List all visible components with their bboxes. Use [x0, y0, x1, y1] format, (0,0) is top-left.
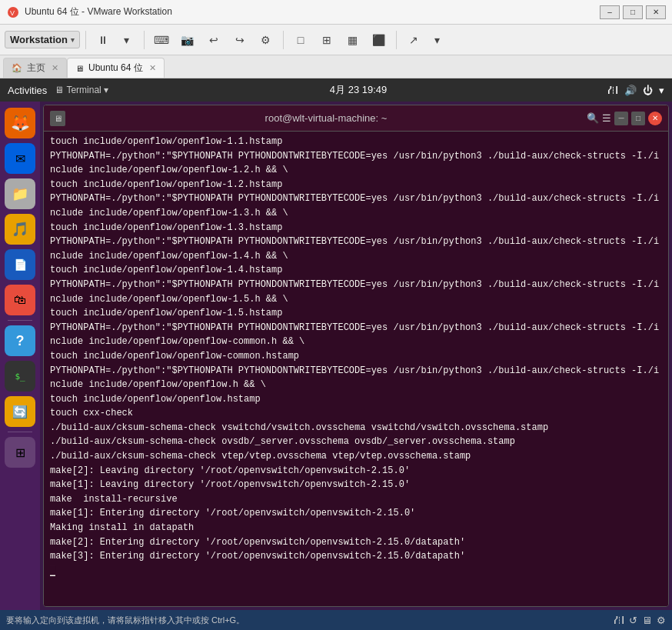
terminal-line: make[2]: Entering directory '/root/openv… — [50, 535, 662, 550]
terminal-line: PYTHONPATH=./python":"$PYTHONPATH PYTHON… — [50, 321, 662, 349]
status-bar-right: ⛙ ↺ 🖥 ⚙ — [614, 615, 666, 626]
terminal-line: touch include/openflow/openflow-common.h… — [50, 349, 662, 364]
dropdown-button-1[interactable]: ▾ — [115, 29, 138, 51]
tile-button[interactable]: ▦ — [341, 29, 364, 51]
terminal-line: touch include/openflow/openflow-1.2.hsta… — [50, 178, 662, 192]
terminal-restore-button[interactable]: □ — [631, 112, 645, 125]
terminal-line: touch include/openflow/openflow-1.5.hsta… — [50, 306, 662, 321]
terminal-line: PYTHONPATH=./python":"$PYTHONPATH PYTHON… — [50, 364, 662, 392]
launcher-separator — [8, 320, 32, 321]
launcher-libreoffice[interactable]: 📄 — [5, 249, 35, 280]
status-text: 要将输入定向到该虚拟机，请将鼠标指针移入其中或按 Ctrl+G。 — [6, 615, 245, 626]
terminal-search-button[interactable]: 🔍 — [587, 112, 599, 124]
launcher-firefox[interactable]: 🦊 — [5, 108, 35, 138]
terminal-titlebar: 🖥 root@wlt-virtual-machine: ~ 🔍 ☰ ─ □ ✕ — [44, 105, 668, 132]
unity-launcher: 🦊 ✉ 📁 🎵 📄 🛍 ? $_ 🔄 ⊞ — [0, 102, 40, 610]
terminal-line: make[1]: Entering directory '/root/openv… — [50, 506, 662, 521]
terminal-line: ./build-aux/cksum-schema-check vtep/vtep… — [50, 449, 662, 464]
terminal-close-button[interactable]: ✕ — [648, 112, 662, 125]
network-icon[interactable]: ⛙ — [608, 85, 618, 96]
system-clock: 4月 23 19:49 — [108, 83, 608, 97]
toolbar-separator-1 — [85, 31, 86, 49]
terminal-window-icon: 🖥 — [50, 111, 65, 126]
dropdown-button-2[interactable]: ▾ — [426, 29, 449, 51]
terminal-line: PYTHONPATH=./python":"$PYTHONPATH PYTHON… — [50, 149, 662, 178]
vm-main: 🦊 ✉ 📁 🎵 📄 🛍 ? $_ 🔄 ⊞ 🖥 root@wlt-virtual-… — [0, 102, 672, 610]
terminal-line: Making install in datapath — [50, 521, 662, 535]
workstation-chevron-icon: ▾ — [71, 36, 75, 44]
terminal-line: make install-recursive — [50, 492, 662, 507]
launcher-thunderbird[interactable]: ✉ — [5, 143, 35, 174]
terminal-line: PYTHONPATH=./python":"$PYTHONPATH PYTHON… — [50, 192, 662, 220]
terminal-cursor: █ — [50, 564, 662, 578]
toolbar-separator-3 — [283, 31, 284, 49]
terminal-line: ./build-aux/cksum-schema-check ovsdb/_se… — [50, 435, 662, 449]
toolbar-group-power: ⏸ ▾ — [91, 29, 138, 51]
status-refresh-icon[interactable]: ↺ — [629, 615, 637, 626]
terminal-line: touch include/openflow/openflow-1.4.hsta… — [50, 263, 662, 278]
split-view-button[interactable]: ⊞ — [315, 29, 338, 51]
system-menu-icon[interactable]: ▾ — [659, 85, 664, 96]
terminal-menu-button[interactable]: ☰ — [602, 112, 611, 124]
send-ctrl-alt-button[interactable]: ⌨ — [150, 29, 173, 51]
launcher-files[interactable]: 📁 — [5, 178, 35, 209]
terminal-line: PYTHONPATH=./python":"$PYTHONPATH PYTHON… — [50, 278, 662, 306]
launcher-updates[interactable]: 🔄 — [5, 396, 35, 427]
gnome-status-area: ⛙ 🔊 ⏻ ▾ — [608, 85, 664, 96]
minimize-button[interactable]: – — [600, 5, 620, 19]
terminal-line: make[3]: Entering directory '/root/openv… — [50, 549, 662, 564]
back-button[interactable]: ↩ — [202, 29, 225, 51]
terminal-content[interactable]: touch include/openflow/openflow-1.1.hsta… — [44, 132, 668, 606]
tabs-bar: 🏠 主页 ✕ 🖥 Ubuntu 64 位 ✕ — [0, 55, 672, 78]
activities-button[interactable]: Activities — [8, 85, 47, 96]
toolbar-group-unity: ↗ ▾ — [402, 29, 449, 51]
terminal-menu[interactable]: 🖥 Terminal ▾ — [55, 85, 108, 95]
launcher-rhythmbox[interactable]: 🎵 — [5, 214, 35, 245]
title-bar: V Ubuntu 64 位 - VMware Workstation – □ ✕ — [0, 0, 672, 25]
ubuntu-tab-icon: 🖥 — [75, 64, 84, 73]
terminal-line: make[1]: Leaving directory '/root/openvs… — [50, 478, 662, 492]
tab-home-close[interactable]: ✕ — [52, 63, 58, 73]
main-toolbar: Workstation ▾ ⏸ ▾ ⌨ 📷 ↩ ↪ ⚙ □ ⊞ ▦ ⬛ ↗ ▾ — [0, 25, 672, 55]
status-display-icon[interactable]: 🖥 — [642, 615, 652, 626]
launcher-help[interactable]: ? — [5, 325, 35, 356]
settings-button[interactable]: ⚙ — [254, 29, 278, 51]
tab-ubuntu[interactable]: 🖥 Ubuntu 64 位 ✕ — [67, 58, 165, 78]
status-network-icon[interactable]: ⛙ — [614, 615, 624, 626]
terminal-line: touch cxx-check — [50, 406, 662, 421]
terminal-line: touch include/openflow/openflow.hstamp — [50, 392, 662, 407]
fullscreen-button[interactable]: □ — [289, 29, 312, 51]
desktop-area: 🖥 root@wlt-virtual-machine: ~ 🔍 ☰ ─ □ ✕ … — [40, 102, 672, 610]
launcher-separator-2 — [8, 432, 32, 432]
tab-ubuntu-label: Ubuntu 64 位 — [88, 62, 143, 75]
svg-text:V: V — [10, 9, 15, 17]
tab-home[interactable]: 🏠 主页 ✕ — [3, 58, 67, 78]
window-title: Ubuntu 64 位 - VMware Workstation — [25, 5, 600, 18]
launcher-grid[interactable]: ⊞ — [5, 437, 35, 468]
workstation-menu-button[interactable]: Workstation ▾ — [5, 31, 80, 48]
console-button[interactable]: ⬛ — [368, 29, 391, 51]
terminal-line: PYTHONPATH=./python":"$PYTHONPATH PYTHON… — [50, 235, 662, 263]
terminal-controls: 🔍 ☰ ─ □ ✕ — [587, 112, 662, 125]
terminal-minimize-button[interactable]: ─ — [614, 112, 628, 125]
close-button[interactable]: ✕ — [646, 5, 666, 19]
restore-button[interactable]: □ — [623, 5, 643, 19]
app-icon: V — [6, 5, 20, 19]
status-settings-icon[interactable]: ⚙ — [657, 615, 666, 626]
launcher-terminal[interactable]: $_ — [5, 361, 35, 392]
tab-ubuntu-close[interactable]: ✕ — [149, 63, 156, 73]
terminal-line: touch include/openflow/openflow-1.3.hsta… — [50, 221, 662, 235]
window-controls: – □ ✕ — [600, 5, 666, 19]
tab-home-label: 主页 — [27, 62, 45, 75]
terminal-line: touch include/openflow/openflow-1.1.hsta… — [50, 135, 662, 149]
workstation-label: Workstation — [10, 34, 68, 45]
forward-button[interactable]: ↪ — [228, 29, 251, 51]
gnome-topbar: Activities 🖥 Terminal ▾ 4月 23 19:49 ⛙ 🔊 … — [0, 78, 672, 102]
unity-button[interactable]: ↗ — [402, 29, 425, 51]
snapshot-button[interactable]: 📷 — [176, 29, 199, 51]
power-icon[interactable]: ⏻ — [643, 85, 653, 96]
launcher-software[interactable]: 🛍 — [5, 285, 35, 315]
toolbar-separator-2 — [144, 31, 145, 49]
pause-button[interactable]: ⏸ — [91, 29, 115, 51]
volume-icon[interactable]: 🔊 — [624, 85, 637, 96]
